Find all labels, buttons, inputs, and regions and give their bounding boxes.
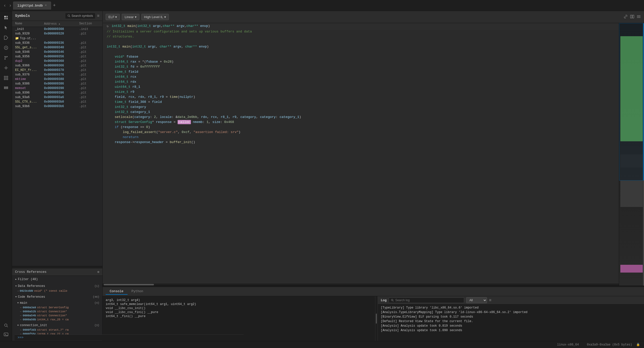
code-line: setlocale(category: 2, locale: &data_2e0… <box>103 115 619 120</box>
elf-dropdown[interactable]: ELF ▾ <box>106 14 120 20</box>
symbol-name: sub_9346 <box>15 50 44 54</box>
search-symbols-button[interactable]: Search symbols <box>65 13 95 19</box>
xref-main-label: main <box>20 301 27 305</box>
xref-filter-header[interactable]: ▸ Filter (48) <box>15 276 99 282</box>
main-layout: Symbols Search symbols ≡ Name Address ▴ … <box>0 11 644 341</box>
xref-main-item-1[interactable]: ← 0000a52b struct Connection* <box>15 310 99 314</box>
back-button[interactable]: ‹ <box>2 2 8 9</box>
symbol-row[interactable]: sub_9346 0x000009346 .plt <box>12 50 102 54</box>
minimap-overlay <box>619 23 644 286</box>
symbol-row[interactable]: sub_9366 0x000009366 .plt <box>12 63 102 68</box>
xref-main-item-3[interactable]: ← 0000a56b int64_t rax_25 = ca <box>15 318 99 322</box>
code-line: uint64_t r8_1 <box>103 85 619 90</box>
link-icon[interactable] <box>623 14 628 20</box>
console-input[interactable] <box>103 336 240 339</box>
svg-rect-25 <box>632 15 634 18</box>
svg-rect-24 <box>630 15 632 18</box>
symbol-section: .plt <box>79 105 99 108</box>
minimap[interactable] <box>619 23 644 286</box>
forward-button[interactable]: › <box>8 2 13 9</box>
log-line-1: [Analysis.TypeLibraryMapping] Type libra… <box>381 310 641 315</box>
minimap-scroll-thumb[interactable] <box>643 23 644 181</box>
symbol-row[interactable]: mktime 0x000009380 .plt <box>12 77 102 81</box>
symbol-row[interactable]: sub_93a6 0x0000093a6 .plt <box>12 95 102 100</box>
log-search-box[interactable] <box>389 297 464 303</box>
symbol-row[interactable]: _init 0x000009308 .init <box>12 27 102 31</box>
code-line: time_t field <box>103 70 619 75</box>
xref-data-ref-code: void* (* const callo <box>34 289 67 292</box>
tag-icon[interactable] <box>2 33 11 42</box>
tab-close-button[interactable]: × <box>45 4 47 7</box>
log-filter-dropdown[interactable]: All Debug Info Warning Error <box>466 297 487 303</box>
symbols-icon[interactable] <box>2 13 11 22</box>
code-line: // structures. <box>103 34 619 39</box>
symbols-header: Symbols Search symbols ≡ <box>12 11 102 21</box>
log-menu-button[interactable]: ≡ <box>489 298 491 302</box>
code-horizontal-scrollbar[interactable] <box>103 283 619 286</box>
terminal-icon[interactable] <box>2 330 11 339</box>
symbol-section: .plt <box>79 77 99 81</box>
console-resize-handle[interactable] <box>375 296 378 341</box>
symbol-row[interactable]: sub_9376 0x000009376 .plt <box>12 72 102 77</box>
symbol-row[interactable]: 📁Tcp-st... <box>12 36 102 41</box>
xref-pin-button[interactable]: ⊕ <box>97 270 99 274</box>
editor-menu-icon[interactable] <box>636 14 641 20</box>
minimap-content <box>619 23 644 286</box>
symbol-row[interactable]: EC_KEY_fr... 0x000009370 .plt <box>12 68 102 72</box>
symbol-row[interactable]: sub_9356 0x000009356 .plt <box>12 54 102 59</box>
symbol-row[interactable]: SSL_get_s... 0x000009340 .plt <box>12 45 102 50</box>
xref-main-item-2[interactable]: ← 0000a54b struct Connection* <box>15 314 99 318</box>
tab-python[interactable]: Python <box>128 288 147 295</box>
symbol-row[interactable]: sub_9336 0x000009336 .plt <box>12 41 102 45</box>
symbol-section: .plt <box>79 91 99 95</box>
symbol-row[interactable]: SSL_CTX_s... 0x0000093b0 .plt <box>12 100 102 104</box>
xref-conn-item-0[interactable]: ← 0000f3d3 struct struct_7* ra <box>15 328 99 332</box>
col-section: Section <box>79 22 99 26</box>
xref-main-header[interactable]: ▾ main {4} <box>15 300 99 306</box>
icon-sidebar <box>0 11 12 341</box>
navigation-icon[interactable] <box>2 43 11 52</box>
tab-console[interactable]: Console <box>106 288 128 295</box>
symbol-row[interactable]: sub_9320 0x000009320 .plt <box>12 31 102 36</box>
svg-rect-12 <box>4 76 6 77</box>
symbol-row[interactable]: dup2 0x000009360 .plt <box>12 59 102 63</box>
symbol-name: SSL_CTX_s... <box>15 100 44 104</box>
cursor-icon[interactable] <box>2 23 11 32</box>
symbol-addr: 0x000009346 <box>44 50 79 54</box>
xref-connection-init-header[interactable]: ▾ connection_init {3} <box>15 323 99 328</box>
bottom-tabs: Console Python <box>103 287 644 296</box>
symbol-row[interactable]: sub_9396 0x000009396 .plt <box>12 91 102 95</box>
resize-thumb <box>376 314 377 324</box>
hlil-dropdown[interactable]: High Level IL ▾ <box>141 14 169 20</box>
xref-data-refs-count: {1} <box>94 285 99 288</box>
xref-data-ref-item[interactable]: → 0023cdd0 void* (* const callo <box>15 289 99 293</box>
active-tab[interactable]: lighttpd.bndb × <box>13 2 51 10</box>
symbols-horizontal-scrollbar[interactable] <box>12 266 102 268</box>
stack-icon[interactable] <box>2 83 11 93</box>
minimap-scrollbar[interactable] <box>643 23 644 286</box>
symbol-row[interactable]: memset 0x000009390 .plt <box>12 86 102 91</box>
xref-main-item-0[interactable]: ← 0000a3a9 struct ServerConfig <box>15 306 99 310</box>
columns-icon[interactable] <box>630 14 634 20</box>
log-search-input[interactable] <box>395 298 462 302</box>
xref-code-refs-header[interactable]: ▾ Code References {46} <box>15 294 99 300</box>
settings-icon[interactable] <box>2 63 11 72</box>
xref-connection-count: {3} <box>94 324 99 327</box>
branch-icon[interactable] <box>2 53 11 62</box>
new-tab-button[interactable]: + <box>51 3 58 8</box>
symbol-row[interactable]: sub_9386 0x000009386 .plt <box>12 81 102 86</box>
sig-type: int32_t <box>112 24 126 28</box>
log-content[interactable]: [TypeLibrary] Type library 'libc_x86_64.… <box>378 304 644 341</box>
grid-view-icon[interactable] <box>2 73 11 82</box>
xref-data-refs-header[interactable]: ▾ Data References {1} <box>15 283 99 289</box>
xref-arrow-icon: → <box>17 289 19 292</box>
console-line-1: int64_t safe_memclear(int64_t arg1, uint… <box>106 302 372 306</box>
search-icon[interactable] <box>2 321 11 330</box>
linear-dropdown[interactable]: Linear ▾ <box>122 14 139 20</box>
symbols-menu-button[interactable]: ≡ <box>97 14 99 18</box>
symbol-section: .plt <box>79 96 99 99</box>
code-hscroll-thumb[interactable] <box>104 284 154 285</box>
symbol-row[interactable]: sub_93b6 0x0000093b6 .plt <box>12 104 102 109</box>
svg-rect-14 <box>4 78 6 80</box>
code-scroll-area[interactable]: ↻ int32_t main ( int32_t argc , char** a… <box>103 23 619 286</box>
